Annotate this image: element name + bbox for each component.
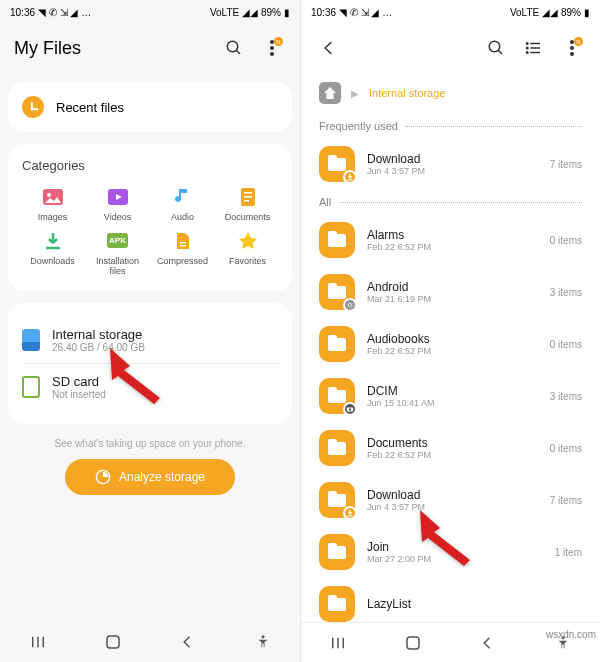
folder-icon	[319, 222, 355, 258]
camera-badge-icon	[343, 402, 357, 416]
category-installation-files[interactable]: APK Installation files	[87, 229, 148, 277]
categories-card: Categories Images Videos Audio Documents…	[8, 144, 292, 291]
svg-line-24	[498, 50, 502, 54]
svg-point-29	[527, 47, 529, 49]
category-documents[interactable]: Documents	[217, 185, 278, 223]
category-icon	[236, 185, 260, 209]
back-icon[interactable]	[315, 34, 343, 62]
category-compressed[interactable]: Compressed	[152, 229, 213, 277]
more-icon[interactable]: N	[558, 34, 586, 62]
svg-point-30	[527, 52, 529, 54]
svg-marker-46	[420, 510, 470, 566]
svg-point-23	[489, 41, 500, 52]
svg-rect-10	[244, 192, 252, 194]
category-images[interactable]: Images	[22, 185, 83, 223]
category-icon	[41, 229, 65, 253]
folder-row[interactable]: LazyList	[301, 578, 600, 622]
svg-rect-43	[407, 637, 419, 649]
category-icon: APK	[106, 229, 130, 253]
internal-storage-icon	[22, 329, 40, 351]
storage-hint: See what's taking up space on your phone…	[0, 438, 300, 449]
download-badge-icon	[343, 506, 357, 520]
folder-icon	[319, 326, 355, 362]
more-icon[interactable]: N	[258, 34, 286, 62]
folder-row[interactable]: Android Mar 21 6:19 PM 3 items	[301, 266, 600, 318]
nav-home-icon[interactable]	[404, 634, 422, 652]
nav-accessibility-icon[interactable]	[254, 633, 272, 651]
category-icon	[171, 229, 195, 253]
svg-point-36	[347, 302, 353, 308]
annotation-arrow-left	[110, 348, 190, 412]
nav-recents-icon[interactable]	[29, 633, 47, 651]
folder-row[interactable]: Documents Feb 22 6:52 PM 0 items	[301, 422, 600, 474]
search-icon[interactable]	[482, 34, 510, 62]
folder-icon	[319, 274, 355, 310]
clock-icon	[22, 96, 44, 118]
svg-point-35	[348, 303, 351, 306]
folder-row[interactable]: Download Jun 4 3:57 PM 7 items	[301, 138, 600, 190]
status-bar: 10:36◥ ✆ ⇲ ◢ … VoLTE ◢◢ 89%▮	[0, 0, 300, 24]
folder-row[interactable]: DCIM Jun 15 10:41 AM 3 items	[301, 370, 600, 422]
svg-rect-15	[180, 245, 186, 247]
recent-files-label: Recent files	[56, 100, 124, 115]
folder-row[interactable]: Alarms Feb 22 6:52 PM 0 items	[301, 214, 600, 266]
folder-icon	[319, 586, 355, 622]
category-videos[interactable]: Videos	[87, 185, 148, 223]
category-favorites[interactable]: Favorites	[217, 229, 278, 277]
view-list-icon[interactable]	[520, 34, 548, 62]
home-icon[interactable]	[319, 82, 341, 104]
nav-back-icon[interactable]	[179, 633, 197, 651]
folder-icon	[319, 482, 355, 518]
folder-icon	[319, 146, 355, 182]
svg-rect-14	[180, 242, 186, 244]
nav-recents-icon[interactable]	[329, 634, 347, 652]
recent-files-button[interactable]: Recent files	[8, 82, 292, 132]
folder-icon	[319, 534, 355, 570]
svg-rect-21	[107, 636, 119, 648]
search-icon[interactable]	[220, 34, 248, 62]
nav-home-icon[interactable]	[104, 633, 122, 651]
folder-row[interactable]: Audiobooks Feb 22 6:52 PM 0 items	[301, 318, 600, 370]
category-downloads[interactable]: Downloads	[22, 229, 83, 277]
nav-bar	[301, 622, 600, 662]
nav-back-icon[interactable]	[479, 634, 497, 652]
notification-badge: N	[574, 37, 583, 46]
nav-bar	[0, 622, 300, 662]
screen-my-files: 10:36◥ ✆ ⇲ ◢ … VoLTE ◢◢ 89%▮ My Files N …	[0, 0, 300, 662]
download-badge-icon	[343, 170, 357, 184]
categories-title: Categories	[22, 158, 278, 173]
svg-rect-12	[244, 200, 249, 202]
all-label: All	[319, 196, 331, 208]
folder-icon	[319, 430, 355, 466]
svg-point-33	[570, 52, 574, 56]
analyze-icon	[95, 469, 111, 485]
category-icon	[236, 229, 260, 253]
svg-marker-45	[110, 348, 160, 404]
breadcrumb-current[interactable]: Internal storage	[369, 87, 445, 99]
svg-point-32	[570, 46, 574, 50]
sd-card-icon	[22, 376, 40, 398]
breadcrumb: ▶ Internal storage	[301, 76, 600, 114]
analyze-storage-button[interactable]: Analyze storage	[65, 459, 235, 495]
page-title: My Files	[14, 38, 210, 59]
folder-icon	[319, 378, 355, 414]
annotation-arrow-right	[420, 510, 500, 574]
svg-line-1	[236, 50, 240, 54]
notification-badge: N	[274, 37, 283, 46]
svg-rect-11	[244, 196, 252, 198]
category-icon	[106, 185, 130, 209]
svg-point-3	[270, 46, 274, 50]
category-audio[interactable]: Audio	[152, 185, 213, 223]
svg-point-4	[270, 52, 274, 56]
svg-point-0	[227, 41, 238, 52]
svg-marker-16	[239, 232, 257, 249]
breadcrumb-separator: ▶	[351, 88, 359, 99]
frequently-used-label: Frequently used	[319, 120, 398, 132]
svg-point-6	[47, 193, 51, 197]
status-bar: 10:36◥ ✆ ⇲ ◢ … VoLTE ◢◢ 89%▮	[301, 0, 600, 24]
svg-point-22	[261, 635, 264, 638]
gear-badge-icon	[343, 298, 357, 312]
svg-point-38	[349, 408, 351, 410]
svg-point-28	[527, 43, 529, 45]
category-icon	[171, 185, 195, 209]
